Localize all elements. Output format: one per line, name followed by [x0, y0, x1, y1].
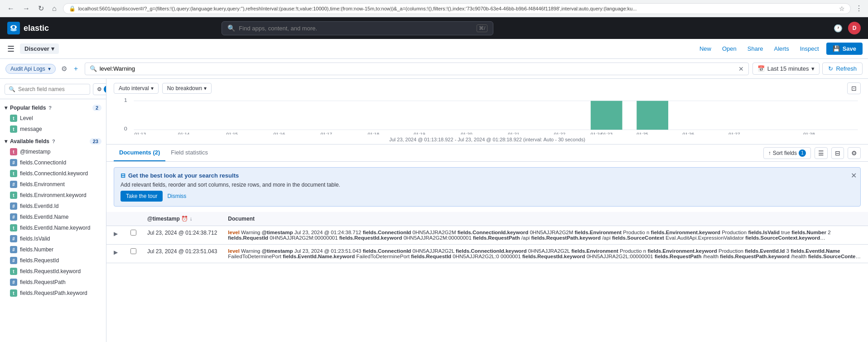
doc-field-connid-key: fields.ConnectionId — [363, 230, 411, 235]
field-item-environment-kw[interactable]: t fields.Environment.keyword — [0, 190, 106, 201]
view-toggle-columns-button[interactable]: ⊟ — [831, 147, 844, 159]
chart-time-range-label: Jul 23, 2024 @ 01:13:18.922 - Jul 23, 20… — [114, 137, 861, 142]
field-item-message[interactable]: t message — [0, 124, 106, 135]
browser-url: localhost:5601/app/discover#/?_g=(filter… — [78, 6, 836, 11]
hamburger-menu-button[interactable]: ☰ — [5, 42, 16, 56]
available-fields-section: ▾ Available fields ? 23 t @timestamp # f… — [0, 136, 106, 299]
field-item-isvalid[interactable]: # fields.IsValid — [0, 233, 106, 244]
filter-options-button[interactable]: ⚙ — [59, 63, 69, 74]
query-input-wrapper[interactable]: 🔍 ✕ — [85, 63, 749, 75]
col-document-header: Document — [222, 212, 868, 226]
svg-text:01:25: 01:25 — [637, 132, 648, 135]
alerts-button[interactable]: Alerts — [770, 43, 792, 54]
add-filter-button[interactable]: ＋ — [71, 63, 81, 74]
doc-field-srcctx-key: fields.SourceContext — [808, 254, 861, 259]
dismiss-button[interactable]: Dismiss — [167, 191, 186, 202]
field-item-level[interactable]: t Level — [0, 113, 106, 124]
svg-text:01:28: 01:28 — [803, 132, 815, 135]
open-button[interactable]: Open — [719, 43, 740, 54]
row-checkbox[interactable] — [130, 230, 136, 236]
field-item-requestid-kw[interactable]: t fields.RequestId.keyword — [0, 266, 106, 277]
field-search-wrapper[interactable]: 🔍 — [5, 84, 90, 95]
field-item-eventid-name-kw[interactable]: t fields.EventId.Name.keyword — [0, 222, 106, 233]
field-name-connectionid-kw: fields.ConnectionId.keyword — [20, 170, 88, 177]
user-avatar[interactable]: D — [848, 22, 861, 34]
field-item-requestpath-kw[interactable]: t fields.RequestPath.keyword — [0, 288, 106, 299]
tour-banner: ⊟ Get the best look at your search resul… — [114, 167, 861, 207]
table-header-row: @timestamp ⏰ ↓ Document — [106, 212, 868, 226]
doc-field-reqpath-kw-key: fields.RequestPath.keyword — [531, 235, 601, 241]
app-name-pill[interactable]: Discover ▾ — [20, 43, 59, 54]
svg-text:01:20: 01:20 — [461, 132, 472, 135]
field-search-icon: 🔍 — [9, 86, 15, 92]
tab-field-statistics[interactable]: Field statistics — [165, 145, 213, 161]
data-view-filter-pill[interactable]: Audit Api Logs ▾ — [5, 64, 56, 74]
sidebar: 🔍 ⚙ 0 ⊞ ▾ Popular fields ? 2 t Leve — [0, 79, 106, 342]
field-item-connectionid[interactable]: # fields.ConnectionId — [0, 157, 106, 168]
query-input[interactable] — [100, 65, 736, 72]
chart-toggle-button[interactable]: ⊡ — [847, 82, 861, 94]
field-item-environment[interactable]: # fields.Environment — [0, 179, 106, 190]
svg-text:01:14: 01:14 — [178, 132, 189, 135]
browser-bar: ← → ↻ ⌂ 🔒 localhost:5601/app/discover#/?… — [0, 0, 868, 17]
field-item-eventid-name[interactable]: # fields.EventId.Name — [0, 212, 106, 222]
field-item-number[interactable]: # fields.Number — [0, 244, 106, 255]
field-search-input[interactable] — [18, 86, 86, 92]
available-fields-header[interactable]: ▾ Available fields ? 23 — [0, 136, 106, 146]
browser-home-button[interactable]: ⌂ — [50, 4, 58, 14]
doc-field-env-kw-key: fields.Environment.keyword — [647, 248, 717, 254]
col-expand-header — [106, 212, 125, 226]
browser-bookmark-icon: ☆ — [839, 5, 845, 12]
field-filter-button[interactable]: ⚙ 0 — [93, 83, 106, 95]
field-type-hash-icon: # — [10, 213, 17, 221]
browser-back-button[interactable]: ← — [5, 4, 16, 14]
query-clear-button[interactable]: ✕ — [738, 65, 744, 72]
sort-fields-button[interactable]: ↑ Sort fields 1 — [763, 147, 811, 159]
global-search-bar[interactable]: 🔍 ⌘/ — [222, 21, 493, 35]
available-fields-chevron-icon: ▾ — [5, 138, 7, 145]
take-tour-button[interactable]: Take the tour — [121, 191, 163, 202]
refresh-button[interactable]: ↻ Refresh — [822, 63, 863, 75]
browser-forward-button[interactable]: → — [21, 4, 32, 14]
inspect-button[interactable]: Inspect — [796, 43, 823, 54]
share-button[interactable]: Share — [744, 43, 767, 54]
browser-refresh-button[interactable]: ↻ — [36, 3, 46, 14]
tour-banner-title-text: Get the best look at your search results — [128, 172, 239, 179]
save-button[interactable]: 💾 Save — [826, 43, 863, 55]
field-item-requestpath[interactable]: # fields.RequestPath — [0, 277, 106, 288]
field-type-text-icon: t — [10, 115, 17, 122]
clock-icon[interactable]: 🕐 — [834, 24, 843, 33]
breakdown-button[interactable]: No breakdown ▾ — [162, 83, 212, 94]
popular-fields-header[interactable]: ▾ Popular fields ? 2 — [0, 103, 106, 113]
tab-documents[interactable]: Documents (2) — [114, 145, 165, 161]
view-options-button[interactable]: ⚙ — [848, 147, 861, 159]
new-button[interactable]: New — [696, 43, 715, 54]
browser-address-bar[interactable]: 🔒 localhost:5601/app/discover#/?_g=(filt… — [63, 3, 851, 14]
field-item-connectionid-kw[interactable]: t fields.ConnectionId.keyword — [0, 168, 106, 179]
doc-field-eventid-name-kw-val: FailedToDeterminePort — [356, 254, 411, 259]
doc-field-timestamp-key: @timestamp — [262, 248, 293, 254]
row-checkbox[interactable] — [130, 248, 136, 254]
time-range-button[interactable]: 📅 Last 15 minutes ▾ — [752, 63, 820, 75]
topnav-right-actions: 🕐 D — [834, 22, 861, 34]
field-item-requestid[interactable]: # fields.RequestId — [0, 255, 106, 266]
col-timestamp-header[interactable]: @timestamp ⏰ ↓ — [142, 212, 222, 226]
row-expand-button[interactable]: ▶ — [112, 230, 120, 238]
tour-close-button[interactable]: ✕ — [851, 171, 857, 180]
view-toggle-rows-button[interactable]: ☰ — [815, 147, 828, 159]
svg-text:01:17: 01:17 — [321, 132, 332, 135]
field-type-hash-icon: # — [10, 159, 17, 166]
popular-fields-help-icon[interactable]: ? — [48, 105, 52, 111]
popular-fields-section: ▾ Popular fields ? 2 t Level t message — [0, 103, 106, 135]
available-fields-help-icon[interactable]: ? — [52, 139, 55, 144]
global-search-input[interactable] — [239, 25, 473, 32]
interval-button[interactable]: Auto interval ▾ — [114, 83, 159, 94]
doc-field-connid-kw-val: 0HN5AJJRA2G2L — [528, 248, 571, 254]
tour-banner-subtitle: Add relevant fields, reorder and sort co… — [121, 182, 854, 188]
svg-text:01:24: 01:24 — [591, 132, 602, 135]
row-expand-button[interactable]: ▶ — [112, 248, 120, 256]
row-expand-cell: ▶ — [106, 245, 125, 263]
doc-field-connid-kw-key: fields.ConnectionId.keyword — [458, 230, 529, 235]
field-item-timestamp[interactable]: t @timestamp — [0, 146, 106, 157]
field-item-eventid-id[interactable]: # fields.EventId.Id — [0, 201, 106, 212]
